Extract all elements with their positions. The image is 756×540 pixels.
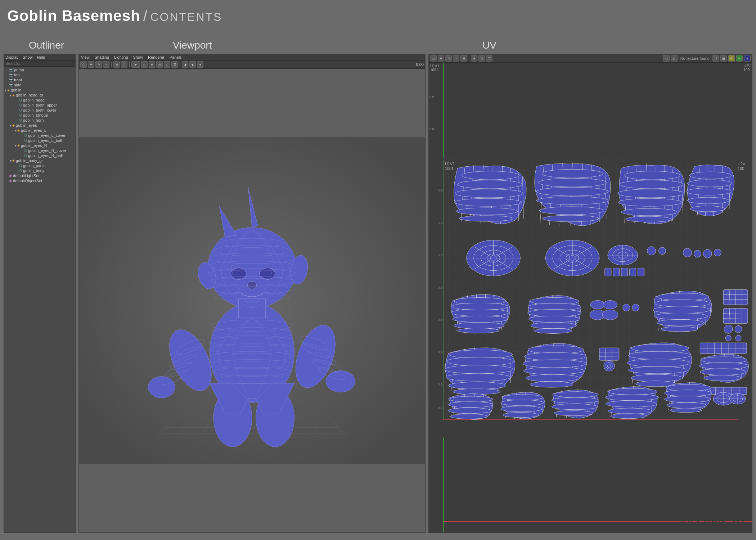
uv-tool-a[interactable]: ◈ xyxy=(471,55,477,62)
tree-item-label: goblin_pants xyxy=(23,163,45,168)
outliner-tree-item[interactable]: ▾◈goblin_eyes xyxy=(4,123,75,128)
toolbar-render-icon[interactable]: ▶ xyxy=(131,61,140,68)
svg-point-110 xyxy=(689,172,731,179)
outliner-tree-item[interactable]: ⬡goblin_body xyxy=(4,168,75,173)
toolbar-icon-f[interactable]: ☰ xyxy=(171,61,178,68)
uv-tex-prev[interactable]: ◁ xyxy=(663,55,670,62)
svg-point-249 xyxy=(631,344,689,352)
viewport-menu-renderer[interactable]: Renderer xyxy=(148,55,165,59)
toolbar-move-icon[interactable]: ✥ xyxy=(88,61,94,68)
tree-item-label: goblin_teeth_upper xyxy=(23,103,57,107)
uv-channel-g[interactable]: G xyxy=(736,55,743,62)
svg-point-296 xyxy=(503,413,539,418)
uv-tool-b[interactable]: ⊡ xyxy=(478,55,485,62)
outliner-tree-item[interactable]: ▾◈goblin_eyes_L xyxy=(4,128,75,133)
svg-point-158 xyxy=(451,309,509,316)
tree-item-label: goblin_tongue xyxy=(23,113,48,117)
toolbar-icon-g[interactable]: ◑ xyxy=(182,61,188,68)
tree-item-icon: ⬡ xyxy=(24,149,27,152)
uv-tool-rotate[interactable]: ↻ xyxy=(445,55,452,62)
page-header: Goblin Basemesh / CONTENTS xyxy=(7,7,222,24)
viewport-menu-lighting[interactable]: Lighting xyxy=(114,55,128,59)
svg-point-28 xyxy=(231,268,246,279)
svg-point-242 xyxy=(607,364,611,368)
outliner-tree-item[interactable]: ⬡goblin_eyes_L_ball xyxy=(4,138,75,143)
outliner-tree-item[interactable]: ⬡goblin_eyes_R_ball xyxy=(4,153,75,158)
svg-point-217 xyxy=(446,357,514,366)
svg-text:0.4: 0.4 xyxy=(438,350,443,354)
outliner-tree-item[interactable]: ▾◈goblin_head_gr xyxy=(4,93,75,98)
svg-point-90 xyxy=(543,215,599,222)
tree-item-label: goblin_horn xyxy=(23,118,44,122)
outliner-tree-item[interactable]: 📷side xyxy=(4,82,75,87)
tree-item-icon: ◉ xyxy=(9,174,12,177)
toolbar-select-icon[interactable]: ⬡ xyxy=(80,61,87,68)
tree-item-icon: 📷 xyxy=(9,83,13,87)
viewport-menu-panels[interactable]: Panels xyxy=(170,55,182,59)
uv-tool-scale[interactable]: ⤡ xyxy=(453,55,459,62)
outliner-tree-item[interactable]: ◉defaultObjectSet xyxy=(4,178,75,183)
outliner-tree-item[interactable]: ▾◈goblin xyxy=(4,87,75,93)
toolbar-icon-c[interactable]: ◈ xyxy=(149,61,155,68)
outliner-tree-item[interactable]: ⬡goblin_teeth_lower xyxy=(4,108,75,113)
outliner-menu-show[interactable]: Show xyxy=(23,55,33,59)
outliner-tree-item[interactable]: ⬡goblin_eyes_R_cover xyxy=(4,148,75,153)
svg-rect-139 xyxy=(630,268,636,276)
outliner-tree-item[interactable]: ⬡goblin_pants xyxy=(4,163,75,168)
outliner-tree-item[interactable]: ◉defaultLightSet xyxy=(4,173,75,178)
tree-item-label: side xyxy=(14,83,21,87)
outliner-tree-item[interactable]: ⬡goblin_teeth_upper xyxy=(4,103,75,108)
svg-point-173 xyxy=(534,328,572,333)
tree-item-label: defaultLightSet xyxy=(13,174,39,178)
uv-tool-pin[interactable]: ⊞ xyxy=(460,55,467,62)
uv-tex-reload[interactable]: ↺ xyxy=(712,55,719,62)
toolbar-icon-i[interactable]: ⊕ xyxy=(197,61,203,68)
outliner-tree-item[interactable]: ⬡goblin_tongue xyxy=(4,113,75,118)
tree-item-label: goblin_eyes_R_cover xyxy=(28,148,66,153)
toolbar-snap-icon[interactable]: ⊞ xyxy=(113,61,120,68)
outliner-tree-item[interactable]: ⬡goblin_horn xyxy=(4,118,75,123)
svg-point-311 xyxy=(608,388,657,395)
tree-item-icon: ◈ xyxy=(17,129,20,132)
outliner-tree-item[interactable]: 📷front xyxy=(4,77,75,82)
outliner-tree-item[interactable]: ▾◈goblin_eyes_R xyxy=(4,143,75,148)
toolbar-icon-d[interactable]: ⊡ xyxy=(156,61,163,68)
viewport-menu-show[interactable]: Show xyxy=(133,55,143,59)
outliner-tree-item[interactable]: ▾◈goblin_body_gr xyxy=(4,158,75,163)
uv-channel-r[interactable]: R xyxy=(728,55,735,62)
tree-item-icon: ⬡ xyxy=(19,113,22,117)
uv-tool-c[interactable]: ☰ xyxy=(486,55,492,62)
viewport-menu-view[interactable]: View xyxy=(81,55,90,59)
toolbar-rotate-icon[interactable]: ↻ xyxy=(95,61,102,68)
outliner-tree-item[interactable]: 📷persp xyxy=(4,67,75,72)
uv-channel-b[interactable]: B xyxy=(744,55,751,62)
outliner-tree-item[interactable]: 📷top xyxy=(4,72,75,77)
toolbar-icon-h[interactable]: ◐ xyxy=(189,61,196,68)
outliner-tree-item[interactable]: ⬡goblin_head xyxy=(4,98,75,103)
uv-tool-move[interactable]: ✥ xyxy=(438,55,444,62)
svg-point-100 xyxy=(620,180,683,189)
uv-tex-next[interactable]: ▷ xyxy=(671,55,678,62)
svg-point-229 xyxy=(524,352,586,360)
toolbar-scale-icon[interactable]: ⤡ xyxy=(103,61,109,68)
svg-point-314 xyxy=(608,408,652,414)
toolbar-camera-icon[interactable]: ◫ xyxy=(121,61,127,68)
uv-tool-select[interactable]: ◻ xyxy=(430,55,437,62)
outliner-menu-help[interactable]: Help xyxy=(37,55,45,59)
tree-item-icon: 📷 xyxy=(9,73,13,77)
tree-item-icon: ⬡ xyxy=(19,103,22,107)
uv-tex-filter[interactable]: ▦ xyxy=(720,55,727,62)
svg-point-19 xyxy=(148,377,175,398)
tree-item-label: goblin_eyes_R xyxy=(21,143,47,148)
toolbar-sep-3 xyxy=(180,62,180,67)
outliner-search-input[interactable] xyxy=(4,60,75,67)
viewport-coord: 0.00 xyxy=(416,62,424,67)
toolbar-icon-b[interactable]: □ xyxy=(141,61,148,68)
svg-point-268 xyxy=(701,357,747,363)
tree-item-icon: ⬡ xyxy=(19,108,22,112)
outliner-menu-display[interactable]: Display xyxy=(5,55,18,59)
viewport-menu-shading[interactable]: Shading xyxy=(95,55,109,59)
tree-item-icon: ⬡ xyxy=(19,169,22,172)
toolbar-icon-e[interactable]: ◻ xyxy=(164,61,170,68)
outliner-tree-item[interactable]: ⬡goblin_eyes_L_cover xyxy=(4,133,75,138)
